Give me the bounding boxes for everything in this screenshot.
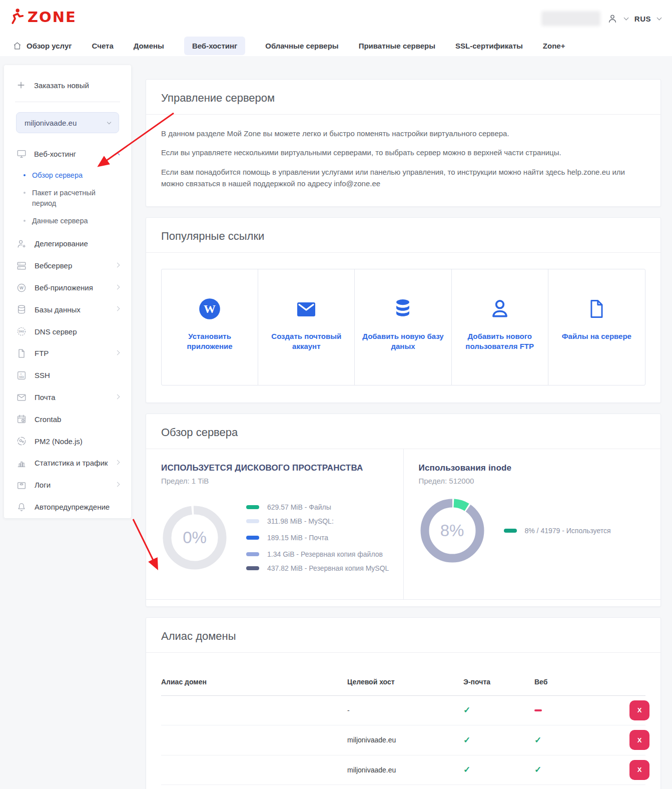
- tab-private-servers[interactable]: Приватные серверы: [359, 37, 435, 55]
- sidebar-item-statistics-traffic[interactable]: Статистика и трафик: [16, 452, 119, 474]
- main-nav: Обзор услуг Счета Домены Веб-хостинг Обл…: [13, 36, 565, 56]
- tab-cloud-servers[interactable]: Облачные серверы: [265, 37, 338, 55]
- tab-label: Zone+: [543, 42, 565, 50]
- sidebar-item-crontab[interactable]: Crontab: [16, 408, 119, 430]
- language-chevron-icon[interactable]: [657, 16, 662, 21]
- tab-zone-plus[interactable]: Zone+: [543, 37, 565, 55]
- page: zone RUS Обзор услуг Счета Домены: [0, 0, 672, 789]
- card-title: Популярные ссылки: [146, 218, 660, 252]
- chevron-right-icon: [115, 284, 120, 289]
- popular-links-card: Популярные ссылки W Установить приложени…: [146, 217, 661, 403]
- target-host: miljonivaade.eu: [347, 736, 463, 744]
- table-row: - X: [161, 696, 645, 726]
- disk-usage-legend: 629.57 MiB - Файлы 311.98 MiB - MySQL: 1…: [246, 497, 389, 578]
- stats-row: ИСПОЛЬЗУЕТСЯ ДИСКОВОГО ПРОСТРАНСТВА Пред…: [146, 449, 660, 600]
- user-icon[interactable]: [607, 13, 618, 24]
- order-new-button[interactable]: Заказать новый: [16, 77, 119, 93]
- sidebar-item-webserver[interactable]: Вебсервер: [16, 255, 119, 277]
- sidebar-item-databases[interactable]: Базы данных: [16, 298, 119, 320]
- legend-label: 189.15 MiB - Почта: [267, 534, 328, 542]
- link-files-on-server[interactable]: Файлы на сервере: [548, 269, 645, 385]
- link-label: Установить приложение: [168, 331, 252, 352]
- server-selector-dropdown[interactable]: miljonivaade.eu: [16, 112, 119, 133]
- tab-invoices[interactable]: Счета: [92, 37, 114, 55]
- tab-label: Облачные серверы: [265, 42, 338, 50]
- legend-swatch: [246, 552, 259, 556]
- inode-usage-panel: Использования inode Предел: 512000 8%: [404, 449, 661, 599]
- email-status-icon: [463, 764, 534, 775]
- sidebar-item-ftp[interactable]: FTP: [16, 342, 119, 364]
- link-add-ftp-user[interactable]: Добавить нового пользователя FTP: [452, 269, 548, 385]
- tab-label: Веб-хостинг: [192, 42, 237, 50]
- svg-text:W: W: [20, 286, 24, 290]
- tab-label: Домены: [134, 42, 164, 50]
- tab-domains[interactable]: Домены: [134, 37, 164, 55]
- sidebar-item-package-billing[interactable]: Пакет и расчетный период: [19, 184, 119, 212]
- link-label: Добавить новую базу даных: [361, 331, 445, 352]
- delete-alias-button[interactable]: X: [629, 730, 649, 750]
- sidebar-item-dns-server[interactable]: DNS DNS сервер: [16, 320, 119, 342]
- selected-server: miljonivaade.eu: [25, 119, 77, 127]
- sidebar-item-mail[interactable]: Почта: [16, 386, 119, 409]
- inode-usage-donut-chart: 8%: [419, 497, 486, 564]
- menu-label: Автопредупреждение: [35, 503, 110, 511]
- menu-label: Делегирование: [35, 239, 88, 248]
- zone-logo[interactable]: zone: [8, 7, 77, 27]
- sidebar-item-web-apps[interactable]: W Веб-приложения: [16, 277, 119, 299]
- bullet-icon: [24, 220, 26, 222]
- legend-label: 629.57 MiB - Файлы: [267, 503, 331, 511]
- column-header-alias: Алиас домен: [161, 678, 347, 686]
- card-title: Управление сервером: [146, 80, 660, 114]
- svg-text:W: W: [204, 302, 216, 315]
- legend-swatch: [246, 505, 259, 509]
- sidebar-menu: Делегирование Вебсервер W Веб-приложен: [16, 233, 119, 518]
- delete-alias-button[interactable]: X: [629, 700, 649, 720]
- sidebar-item-web-hosting[interactable]: Веб-хостинг: [16, 148, 119, 159]
- home-icon: [13, 41, 22, 51]
- chevron-right-icon: [115, 460, 120, 465]
- user-menu-chevron-icon[interactable]: [623, 16, 628, 21]
- menu-label: SSH: [35, 371, 50, 379]
- legend-label: 437.82 MiB - Резервная копия MySQL: [267, 564, 389, 572]
- card-bottom-spacer: [146, 600, 660, 606]
- disk-usage-panel: ИСПОЛЬЗУЕТСЯ ДИСКОВОГО ПРОСТРАНСТВА Пред…: [146, 449, 404, 599]
- sidebar-item-ssh[interactable]: >_ SSH SSH: [16, 364, 119, 386]
- monitor-icon: [16, 148, 27, 159]
- sidebar-item-server-overview[interactable]: Обзор сервера: [19, 167, 119, 184]
- file-icon: [554, 295, 639, 321]
- sidebar-item-server-data[interactable]: Данные сервера: [19, 212, 119, 230]
- sidebar-item-pm2[interactable]: PM2 (Node.js): [16, 430, 119, 452]
- sidebar-item-logs[interactable]: Логи: [16, 474, 119, 496]
- menu-label: Почта: [35, 393, 56, 402]
- legend-item: 1.34 GiB - Резервная копия файлов: [246, 550, 389, 558]
- server-overview-card: Обзор сервера ИСПОЛЬЗУЕТСЯ ДИСКОВОГО ПРО…: [146, 414, 661, 607]
- bell-icon: [16, 502, 27, 513]
- link-add-database[interactable]: Добавить новую базу даных: [355, 269, 451, 385]
- web-status-icon: [534, 735, 629, 745]
- link-label: Добавить нового пользователя FTP: [458, 331, 542, 352]
- ssh-icon: >_ SSH: [16, 370, 27, 381]
- column-header-web: Веб: [534, 678, 629, 686]
- tab-services-overview[interactable]: Обзор услуг: [13, 36, 72, 56]
- link-install-app[interactable]: W Установить приложение: [162, 269, 258, 385]
- paragraph: В данном разделе Мой Zone вы можете легк…: [161, 128, 645, 139]
- web-status-icon: [534, 709, 542, 711]
- link-create-mail-account[interactable]: Создать почтовый аккаунт: [258, 269, 355, 385]
- table-row: miljonivaade.eu X: [161, 785, 645, 789]
- runner-icon: [8, 7, 25, 27]
- table-row: miljonivaade.eu X: [161, 725, 645, 755]
- sidebar-item-delegation[interactable]: Делегирование: [16, 233, 119, 255]
- chevron-right-icon: [115, 394, 120, 399]
- svg-text:>_: >_: [20, 372, 23, 375]
- language-selector[interactable]: RUS: [634, 15, 651, 23]
- sidebar-item-auto-warning[interactable]: Автопредупреждение: [16, 496, 119, 518]
- legend-swatch: [504, 529, 517, 533]
- email-status-icon: [463, 705, 534, 715]
- subnav-label: Обзор сервера: [32, 170, 83, 181]
- legend-swatch: [246, 519, 259, 523]
- delete-alias-button[interactable]: X: [629, 760, 649, 780]
- inode-usage-percent: 8%: [419, 497, 486, 564]
- chevron-up-icon: [115, 152, 120, 157]
- tab-ssl-certificates[interactable]: SSL-сертификаты: [455, 37, 523, 55]
- tab-web-hosting[interactable]: Веб-хостинг: [184, 37, 245, 55]
